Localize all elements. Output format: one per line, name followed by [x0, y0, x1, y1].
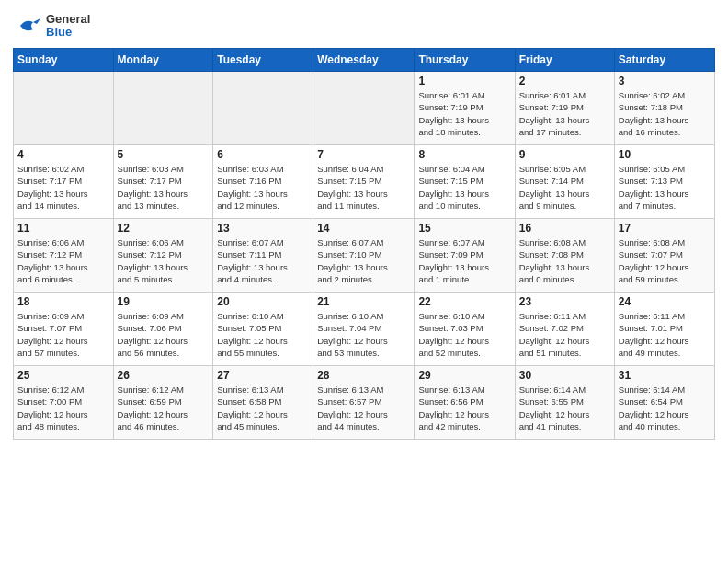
calendar-cell: 1Sunrise: 6:01 AMSunset: 7:19 PMDaylight… [415, 72, 515, 145]
day-info: Sunrise: 6:10 AMSunset: 7:05 PMDaylight:… [217, 310, 309, 359]
day-info: Sunrise: 6:10 AMSunset: 7:04 PMDaylight:… [317, 310, 410, 359]
day-info: Sunrise: 6:06 AMSunset: 7:12 PMDaylight:… [17, 236, 109, 285]
day-info: Sunrise: 6:04 AMSunset: 7:15 PMDaylight:… [317, 163, 410, 212]
calendar-cell: 14Sunrise: 6:07 AMSunset: 7:10 PMDayligh… [313, 219, 415, 293]
logo-text-general: General [46, 13, 90, 26]
day-info: Sunrise: 6:07 AMSunset: 7:11 PMDaylight:… [217, 236, 309, 285]
calendar: SundayMondayTuesdayWednesdayThursdayFrid… [13, 48, 715, 440]
calendar-cell [113, 72, 213, 145]
calendar-cell: 13Sunrise: 6:07 AMSunset: 7:11 PMDayligh… [213, 219, 313, 293]
day-number: 22 [418, 295, 510, 308]
calendar-cell: 24Sunrise: 6:11 AMSunset: 7:01 PMDayligh… [614, 293, 714, 366]
logo: General Blue [13, 11, 90, 40]
day-info: Sunrise: 6:08 AMSunset: 7:07 PMDaylight:… [619, 236, 711, 285]
calendar-cell [14, 72, 114, 145]
calendar-cell: 9Sunrise: 6:05 AMSunset: 7:14 PMDaylight… [515, 145, 614, 219]
day-number: 19 [118, 295, 210, 308]
calendar-cell: 12Sunrise: 6:06 AMSunset: 7:12 PMDayligh… [113, 219, 213, 293]
calendar-cell: 27Sunrise: 6:13 AMSunset: 6:58 PMDayligh… [213, 366, 313, 440]
weekday-header-monday: Monday [113, 49, 213, 72]
day-info: Sunrise: 6:09 AMSunset: 7:07 PMDaylight:… [17, 310, 109, 359]
calendar-week-row: 11Sunrise: 6:06 AMSunset: 7:12 PMDayligh… [14, 219, 715, 293]
calendar-cell: 2Sunrise: 6:01 AMSunset: 7:19 PMDaylight… [515, 72, 614, 145]
day-info: Sunrise: 6:09 AMSunset: 7:06 PMDaylight:… [118, 310, 210, 359]
weekday-header-wednesday: Wednesday [313, 49, 415, 72]
day-number: 5 [118, 148, 210, 161]
calendar-cell: 19Sunrise: 6:09 AMSunset: 7:06 PMDayligh… [113, 293, 213, 366]
day-number: 13 [217, 222, 309, 235]
day-number: 26 [118, 369, 210, 382]
day-info: Sunrise: 6:07 AMSunset: 7:10 PMDaylight:… [317, 236, 410, 285]
day-info: Sunrise: 6:10 AMSunset: 7:03 PMDaylight:… [418, 310, 510, 359]
weekday-header-sunday: Sunday [14, 49, 114, 72]
day-info: Sunrise: 6:13 AMSunset: 6:57 PMDaylight:… [317, 384, 410, 432]
day-info: Sunrise: 6:11 AMSunset: 7:02 PMDaylight:… [519, 310, 610, 359]
day-number: 17 [619, 222, 711, 235]
day-number: 18 [17, 295, 109, 308]
day-info: Sunrise: 6:01 AMSunset: 7:19 PMDaylight:… [418, 89, 510, 138]
calendar-cell: 28Sunrise: 6:13 AMSunset: 6:57 PMDayligh… [313, 366, 415, 440]
day-number: 29 [418, 369, 510, 382]
day-info: Sunrise: 6:03 AMSunset: 7:17 PMDaylight:… [118, 163, 210, 212]
day-number: 4 [17, 148, 109, 161]
calendar-cell: 11Sunrise: 6:06 AMSunset: 7:12 PMDayligh… [14, 219, 114, 293]
calendar-cell: 18Sunrise: 6:09 AMSunset: 7:07 PMDayligh… [14, 293, 114, 366]
day-info: Sunrise: 6:13 AMSunset: 6:58 PMDaylight:… [217, 384, 309, 432]
weekday-header-saturday: Saturday [614, 49, 714, 72]
weekday-header-row: SundayMondayTuesdayWednesdayThursdayFrid… [14, 49, 715, 72]
day-info: Sunrise: 6:06 AMSunset: 7:12 PMDaylight:… [118, 236, 210, 285]
calendar-cell: 3Sunrise: 6:02 AMSunset: 7:18 PMDaylight… [614, 72, 714, 145]
day-info: Sunrise: 6:01 AMSunset: 7:19 PMDaylight:… [519, 89, 610, 138]
weekday-header-friday: Friday [515, 49, 614, 72]
calendar-cell: 26Sunrise: 6:12 AMSunset: 6:59 PMDayligh… [113, 366, 213, 440]
day-number: 27 [217, 369, 309, 382]
calendar-cell: 20Sunrise: 6:10 AMSunset: 7:05 PMDayligh… [213, 293, 313, 366]
day-number: 2 [519, 75, 610, 87]
calendar-cell: 4Sunrise: 6:02 AMSunset: 7:17 PMDaylight… [14, 145, 114, 219]
day-number: 25 [17, 369, 109, 382]
day-number: 1 [418, 75, 510, 87]
day-number: 9 [519, 148, 610, 161]
day-info: Sunrise: 6:02 AMSunset: 7:18 PMDaylight:… [619, 89, 711, 138]
logo-text-blue: Blue [46, 26, 90, 39]
calendar-cell: 23Sunrise: 6:11 AMSunset: 7:02 PMDayligh… [515, 293, 614, 366]
logo-bird-icon [13, 11, 42, 40]
day-info: Sunrise: 6:11 AMSunset: 7:01 PMDaylight:… [619, 310, 711, 359]
page: General Blue SundayMondayTuesdayWednesda… [0, 0, 728, 563]
day-info: Sunrise: 6:02 AMSunset: 7:17 PMDaylight:… [17, 163, 109, 212]
day-number: 15 [418, 222, 510, 235]
calendar-cell: 10Sunrise: 6:05 AMSunset: 7:13 PMDayligh… [614, 145, 714, 219]
weekday-header-thursday: Thursday [415, 49, 515, 72]
calendar-cell: 22Sunrise: 6:10 AMSunset: 7:03 PMDayligh… [415, 293, 515, 366]
day-number: 20 [217, 295, 309, 308]
day-info: Sunrise: 6:14 AMSunset: 6:54 PMDaylight:… [619, 384, 711, 432]
day-number: 24 [619, 295, 711, 308]
day-number: 12 [118, 222, 210, 235]
day-number: 21 [317, 295, 410, 308]
calendar-cell: 21Sunrise: 6:10 AMSunset: 7:04 PMDayligh… [313, 293, 415, 366]
day-number: 11 [17, 222, 109, 235]
header: General Blue [13, 11, 715, 40]
day-info: Sunrise: 6:08 AMSunset: 7:08 PMDaylight:… [519, 236, 610, 285]
calendar-week-row: 1Sunrise: 6:01 AMSunset: 7:19 PMDaylight… [14, 72, 715, 145]
day-info: Sunrise: 6:14 AMSunset: 6:55 PMDaylight:… [519, 384, 610, 432]
calendar-week-row: 18Sunrise: 6:09 AMSunset: 7:07 PMDayligh… [14, 293, 715, 366]
day-info: Sunrise: 6:12 AMSunset: 6:59 PMDaylight:… [118, 384, 210, 432]
day-info: Sunrise: 6:12 AMSunset: 7:00 PMDaylight:… [17, 384, 109, 432]
day-number: 10 [619, 148, 711, 161]
day-info: Sunrise: 6:13 AMSunset: 6:56 PMDaylight:… [418, 384, 510, 432]
weekday-header-tuesday: Tuesday [213, 49, 313, 72]
calendar-cell: 25Sunrise: 6:12 AMSunset: 7:00 PMDayligh… [14, 366, 114, 440]
day-number: 16 [519, 222, 610, 235]
calendar-week-row: 25Sunrise: 6:12 AMSunset: 7:00 PMDayligh… [14, 366, 715, 440]
calendar-cell: 7Sunrise: 6:04 AMSunset: 7:15 PMDaylight… [313, 145, 415, 219]
calendar-cell: 15Sunrise: 6:07 AMSunset: 7:09 PMDayligh… [415, 219, 515, 293]
calendar-cell [213, 72, 313, 145]
calendar-cell: 5Sunrise: 6:03 AMSunset: 7:17 PMDaylight… [113, 145, 213, 219]
day-number: 30 [519, 369, 610, 382]
day-number: 23 [519, 295, 610, 308]
day-number: 6 [217, 148, 309, 161]
calendar-cell: 6Sunrise: 6:03 AMSunset: 7:16 PMDaylight… [213, 145, 313, 219]
calendar-cell: 16Sunrise: 6:08 AMSunset: 7:08 PMDayligh… [515, 219, 614, 293]
day-info: Sunrise: 6:07 AMSunset: 7:09 PMDaylight:… [418, 236, 510, 285]
